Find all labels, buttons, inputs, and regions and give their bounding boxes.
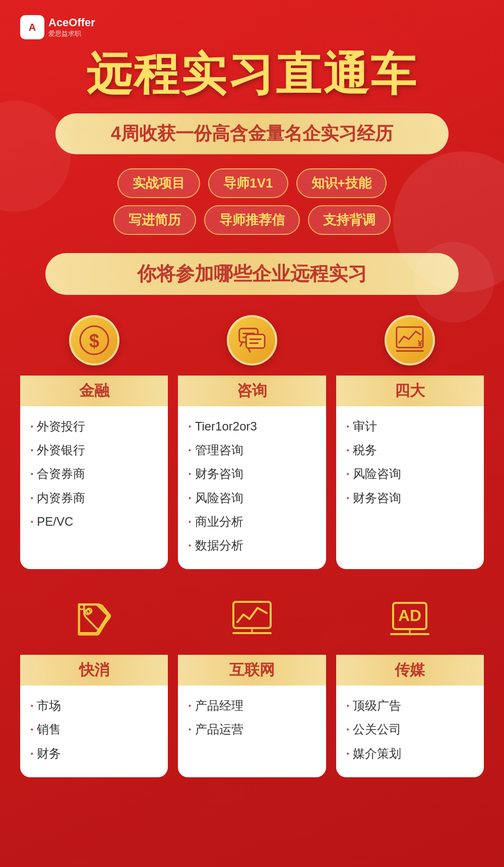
bigfour-title: 四大 xyxy=(336,376,484,406)
list-item: 市场 xyxy=(30,694,158,717)
list-item: 数据分析 xyxy=(188,533,316,557)
top-cards-section: $ xyxy=(20,315,484,569)
subtitle-banner: 4周收获一份高含金量名企实习经历 xyxy=(55,113,449,154)
main-title: 远程实习直通车 xyxy=(20,49,484,99)
internet-title: 互联网 xyxy=(178,655,326,686)
list-item: 管理咨询 xyxy=(188,438,316,462)
list-item: 媒介策划 xyxy=(346,741,474,765)
svg-text:$: $ xyxy=(89,331,99,351)
list-item: 合资券商 xyxy=(30,462,158,485)
bigfour-card: 四大 审计 税务 风险咨询 财务咨询 xyxy=(336,376,484,569)
top-icon-row: $ xyxy=(20,315,484,365)
internet-card: 互联网 产品经理 产品运营 xyxy=(178,655,326,777)
finance-items: 外资投行 外资银行 合资券商 内资券商 PE/VC xyxy=(20,414,168,533)
finance-title: 金融 xyxy=(20,376,168,406)
svg-text:AD: AD xyxy=(398,606,421,625)
media-items: 顶级广告 公关公司 媒介策划 xyxy=(336,694,484,765)
tag-daoshi: 导师1V1 xyxy=(208,168,288,198)
logo-area: A AceOffer 爱思益求职 xyxy=(20,15,484,39)
bigfour-items: 审计 税务 风险咨询 财务咨询 xyxy=(336,414,484,510)
internet-icon xyxy=(227,594,277,645)
tag-shizhan: 实战项目 xyxy=(117,168,200,198)
list-item: Tier1or2or3 xyxy=(188,414,316,438)
internet-items: 产品经理 产品运营 xyxy=(178,694,326,741)
list-item: 商业分析 xyxy=(188,510,316,533)
page-wrapper: A AceOffer 爱思益求职 远程实习直通车 4周收获一份高含金量名企实习经… xyxy=(0,0,504,867)
consulting-title: 咨询 xyxy=(178,376,326,406)
subtitle-text: 4周收获一份高含金量名企实习经历 xyxy=(111,123,393,144)
logo-text: AceOffer 爱思益求职 xyxy=(48,16,95,38)
consulting-icon xyxy=(227,315,277,365)
top-cards-grid: 金融 外资投行 外资银行 合资券商 内资券商 PE/VC 咨询 Tier1or2… xyxy=(20,376,484,569)
list-item: 税务 xyxy=(346,438,474,462)
tags-container: 实战项目 导师1V1 知识+技能 写进简历 导师推荐信 支持背调 xyxy=(20,168,484,235)
logo-name: AceOffer xyxy=(48,16,95,29)
consulting-icon-cell xyxy=(178,315,326,365)
media-title: 传媒 xyxy=(336,655,484,686)
fmcg-icon xyxy=(69,594,119,645)
tag-jianli: 写进简历 xyxy=(113,205,196,235)
list-item: 外资银行 xyxy=(30,438,158,462)
list-item: PE/VC xyxy=(30,510,158,533)
bigfour-icon: ¥ xyxy=(385,315,435,365)
bottom-cards-section: AD 快消 市场 销售 财务 互联网 xyxy=(20,594,484,777)
tag-tuijian: 导师推荐信 xyxy=(204,205,300,235)
fmcg-card: 快消 市场 销售 财务 xyxy=(20,655,168,777)
media-icon-cell: AD xyxy=(336,594,484,645)
list-item: 财务咨询 xyxy=(346,486,474,510)
internet-icon-cell xyxy=(178,594,326,645)
list-item: 产品运营 xyxy=(188,717,316,741)
finance-icon-cell: $ xyxy=(20,315,168,365)
bigfour-icon-cell: ¥ xyxy=(336,315,484,365)
list-item: 内资券商 xyxy=(30,486,158,510)
list-item: 顶级广告 xyxy=(346,694,474,717)
consulting-card: 咨询 Tier1or2or3 管理咨询 财务咨询 风险咨询 商业分析 数据分析 xyxy=(178,376,326,569)
media-card: 传媒 顶级广告 公关公司 媒介策划 xyxy=(336,655,484,777)
list-item: 风险咨询 xyxy=(346,462,474,485)
logo-sub: 爱思益求职 xyxy=(48,29,95,38)
list-item: 产品经理 xyxy=(188,694,316,717)
fmcg-items: 市场 销售 财务 xyxy=(20,694,168,765)
section-header-text: 你将参加哪些企业远程实习 xyxy=(137,263,367,284)
list-item: 审计 xyxy=(346,414,474,438)
svg-point-13 xyxy=(79,604,84,609)
section-header: 你将参加哪些企业远程实习 xyxy=(45,253,459,295)
consulting-items: Tier1or2or3 管理咨询 财务咨询 风险咨询 商业分析 数据分析 xyxy=(178,414,326,557)
fmcg-title: 快消 xyxy=(20,655,168,686)
finance-card: 金融 外资投行 外资银行 合资券商 内资券商 PE/VC xyxy=(20,376,168,569)
list-item: 公关公司 xyxy=(346,717,474,741)
logo-icon: A xyxy=(20,15,44,39)
list-item: 外资投行 xyxy=(30,414,158,438)
tags-row-1: 实战项目 导师1V1 知识+技能 xyxy=(117,168,386,198)
svg-rect-5 xyxy=(246,334,265,348)
tag-zhishi: 知识+技能 xyxy=(296,168,387,198)
list-item: 财务 xyxy=(30,741,158,765)
tags-row-2: 写进简历 导师推荐信 支持背调 xyxy=(113,205,391,235)
bottom-icon-row: AD xyxy=(20,594,484,645)
svg-text:¥: ¥ xyxy=(418,338,423,348)
list-item: 财务咨询 xyxy=(188,462,316,485)
bottom-cards-grid: 快消 市场 销售 财务 互联网 产品经理 产品运营 传媒 顶级广告 xyxy=(20,655,484,777)
list-item: 销售 xyxy=(30,717,158,741)
fmcg-icon-cell xyxy=(20,594,168,645)
finance-icon: $ xyxy=(69,315,119,365)
list-item: 风险咨询 xyxy=(188,486,316,510)
media-icon: AD xyxy=(385,594,435,645)
tag-beidiao: 支持背调 xyxy=(308,205,391,235)
